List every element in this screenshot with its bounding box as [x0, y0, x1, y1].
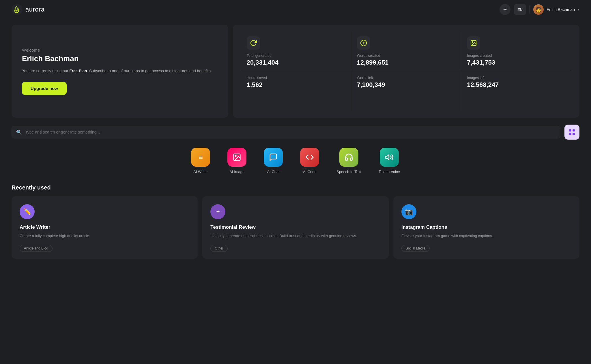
language-label: EN — [517, 7, 523, 12]
words-left-label: Words left — [357, 76, 455, 80]
image-tool-icon — [233, 153, 241, 162]
recent-card-instagram: 📷 Instagram Captions Elevate your Instag… — [393, 196, 579, 259]
tool-ai-image[interactable]: AI Image — [227, 148, 246, 174]
app-name: aurora — [25, 6, 45, 13]
welcome-description: You are currently using our Free Plan. S… — [22, 68, 218, 74]
svg-point-10 — [235, 155, 236, 157]
total-generated-label: Total generated — [247, 54, 345, 58]
stat-total-generated: Total generated 20,331,404 — [241, 32, 351, 71]
search-input[interactable] — [12, 126, 560, 138]
text-icon-wrap: T — [357, 36, 370, 50]
instagram-desc: Elevate your Instagram game with captiva… — [401, 233, 571, 239]
search-row: 🔍 — [12, 125, 579, 140]
svg-rect-7 — [569, 133, 571, 135]
tool-speech-to-text[interactable]: Speech to Text — [336, 148, 361, 174]
header-actions: ☀ EN 🧑 Erlich Bachman ▾ — [500, 4, 579, 15]
ai-image-icon — [227, 148, 246, 167]
testimonial-card-icon: ✦ — [210, 204, 225, 219]
recent-card-article-writer: ✏️ Article Writer Create a fully complet… — [12, 196, 198, 259]
refresh-icon — [250, 40, 257, 46]
welcome-card: Welcome Erlich Bachman You are currently… — [12, 25, 228, 118]
hours-saved-label: Hours saved — [247, 76, 345, 80]
tool-ai-chat[interactable]: AI Chat — [264, 148, 283, 174]
ai-chat-icon — [264, 148, 283, 167]
article-writer-title: Article Writer — [20, 224, 190, 230]
search-wrap: 🔍 — [12, 126, 560, 138]
words-created-label: Words created — [357, 54, 455, 58]
instagram-card-icon: 📷 — [401, 204, 416, 219]
images-left-label: Images left — [467, 76, 566, 80]
article-writer-tag[interactable]: Article and Blog — [20, 245, 53, 252]
ai-chat-label: AI Chat — [267, 170, 280, 174]
stat-words-left: Words left 7,100,349 — [351, 71, 461, 111]
refresh-icon-wrap — [247, 36, 260, 50]
svg-rect-8 — [573, 133, 575, 135]
svg-point-4 — [472, 42, 473, 42]
ai-image-label: AI Image — [229, 170, 244, 174]
language-selector-button[interactable]: EN — [514, 4, 526, 15]
sun-icon: ☀ — [503, 7, 507, 12]
user-name-label: Erlich Bachman — [547, 7, 575, 12]
ai-code-label: AI Code — [303, 170, 317, 174]
svg-text:T: T — [362, 42, 364, 45]
aurora-logo-icon — [12, 4, 23, 15]
recent-card-testimonial: ✦ Testimonial Review Instantly generate … — [202, 196, 388, 259]
testimonial-title: Testimonial Review — [210, 224, 380, 230]
speech-to-text-label: Speech to Text — [336, 170, 361, 174]
welcome-label: Welcome — [22, 48, 218, 52]
stat-images-created: Images created 7,431,753 — [461, 32, 571, 71]
code-tool-icon — [305, 153, 314, 162]
image-icon-wrap — [467, 36, 480, 50]
search-icon: 🔍 — [16, 130, 22, 135]
headphones-icon — [345, 153, 353, 162]
total-generated-value: 20,331,404 — [247, 59, 345, 66]
welcome-name: Erlich Bachman — [22, 54, 218, 63]
svg-rect-5 — [569, 129, 571, 132]
article-writer-card-icon: ✏️ — [20, 204, 35, 219]
upgrade-now-button[interactable]: Upgrade now — [22, 82, 67, 95]
logo: aurora — [12, 4, 45, 15]
plan-name: Free Plan — [70, 69, 87, 73]
images-left-value: 12,568,247 — [467, 81, 566, 89]
text-to-voice-icon — [380, 148, 399, 167]
svg-marker-11 — [386, 155, 389, 160]
user-menu[interactable]: 🧑 Erlich Bachman ▾ — [533, 4, 579, 15]
theme-toggle-button[interactable]: ☀ — [500, 4, 510, 15]
avatar: 🧑 — [533, 4, 544, 15]
tool-ai-writer[interactable]: ≡ AI Writer — [191, 148, 210, 174]
text-to-voice-label: Text to Voice — [379, 170, 400, 174]
images-created-label: Images created — [467, 54, 566, 58]
header: aurora ☀ EN 🧑 Erlich Bachman ▾ — [0, 0, 591, 19]
speech-to-text-icon — [339, 148, 358, 167]
words-left-value: 7,100,349 — [357, 81, 455, 89]
top-row: Welcome Erlich Bachman You are currently… — [12, 25, 579, 118]
grid-icon — [568, 128, 576, 136]
grid-view-button[interactable] — [564, 125, 579, 140]
article-writer-desc: Create a fully complete high quality art… — [20, 233, 190, 239]
recently-used-title: Recently used — [12, 184, 579, 191]
ai-writer-label: AI Writer — [193, 170, 208, 174]
stat-words-created: T Words created 12,899,651 — [351, 32, 461, 71]
tool-text-to-voice[interactable]: Text to Voice — [379, 148, 400, 174]
svg-point-0 — [12, 4, 23, 15]
hours-saved-value: 1,562 — [247, 81, 345, 89]
text-icon: T — [360, 40, 367, 46]
words-created-value: 12,899,651 — [357, 59, 455, 66]
tool-ai-code[interactable]: AI Code — [300, 148, 319, 174]
main-content: Welcome Erlich Bachman You are currently… — [0, 19, 591, 270]
header-divider — [530, 5, 530, 14]
volume-icon — [385, 153, 394, 162]
testimonial-tag[interactable]: Other — [210, 245, 228, 252]
testimonial-desc: Instantly generate authentic testimonial… — [210, 233, 380, 239]
chat-tool-icon — [269, 153, 278, 162]
tools-row: ≡ AI Writer AI Image AI Chat — [12, 148, 579, 174]
image-icon — [470, 40, 477, 46]
ai-code-icon — [300, 148, 319, 167]
stat-hours-saved: Hours saved 1,562 — [241, 71, 351, 111]
images-created-value: 7,431,753 — [467, 59, 566, 66]
recently-used-section: Recently used ✏️ Article Writer Create a… — [12, 184, 579, 259]
svg-rect-6 — [573, 129, 575, 132]
ai-writer-icon: ≡ — [191, 148, 210, 167]
stat-images-left: Images left 12,568,247 — [461, 71, 571, 111]
instagram-tag[interactable]: Social Media — [401, 245, 430, 252]
